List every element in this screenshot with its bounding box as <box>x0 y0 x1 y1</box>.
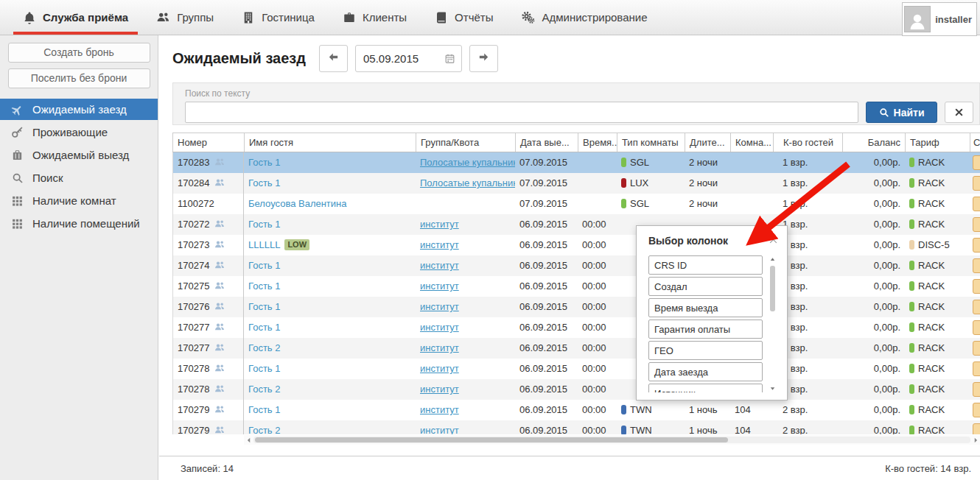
guest-link[interactable]: Гость 1 <box>248 260 280 271</box>
column-header[interactable]: Тип комнаты <box>617 133 685 152</box>
table-row[interactable]: 170283 Гость 1 Полосатые купальники 07.0… <box>172 152 980 173</box>
status-badge[interactable] <box>973 258 980 273</box>
nav-tab[interactable]: Клиенты <box>329 0 421 35</box>
group-link[interactable]: институт <box>420 425 459 434</box>
guest-link[interactable]: Белоусова Валентина <box>248 198 347 209</box>
table-row[interactable]: 170272 Гость 1 институт 06.09.2015 00:00… <box>172 214 980 235</box>
guest-link[interactable]: Гость 2 <box>248 425 280 434</box>
column-option[interactable]: Источник <box>648 384 763 392</box>
group-link[interactable]: Полосатые купальники <box>420 157 515 168</box>
table-row[interactable]: 170279 Гость 1 институт 06.09.2015 00:00… <box>172 400 980 420</box>
popup-close-icon[interactable] <box>769 235 778 244</box>
sidebar-action-button[interactable]: Создать бронь <box>8 43 150 63</box>
table-row[interactable]: 170278 Гость 2 институт 06.09.2015 00:00… <box>172 379 980 400</box>
table-row[interactable]: 170276 Гость 1 институт 06.09.2015 00:00… <box>172 297 980 317</box>
status-badge[interactable] <box>973 361 980 376</box>
column-header[interactable]: К-во гостей <box>773 133 842 152</box>
status-badge[interactable] <box>973 197 980 211</box>
status-badge[interactable] <box>973 341 980 356</box>
table-row[interactable]: 1100272 Белоусова Валентина 07.09.2015 S… <box>172 194 980 214</box>
search-input[interactable] <box>185 102 858 123</box>
guest-link[interactable]: Гость 1 <box>248 322 280 333</box>
nav-tab[interactable]: Служба приёма <box>9 0 142 35</box>
column-header[interactable]: Комна... <box>730 133 773 152</box>
sidebar-item[interactable]: Наличие комнат <box>0 190 158 211</box>
user-menu[interactable]: installer <box>902 2 977 36</box>
column-header[interactable]: Время... <box>578 133 617 152</box>
column-header[interactable]: Баланс <box>842 133 905 152</box>
group-link[interactable]: институт <box>420 384 459 395</box>
guest-link[interactable]: LLLLLL <box>248 239 280 250</box>
sidebar-item[interactable]: Поиск <box>0 167 158 188</box>
column-header[interactable]: Номер <box>172 133 244 152</box>
column-option[interactable]: Создал <box>648 277 763 296</box>
column-option[interactable]: Дата заезда <box>648 362 763 381</box>
sidebar-item[interactable]: Ожидаемый заезд <box>0 99 158 120</box>
scroll-left-arrow[interactable] <box>244 437 253 444</box>
status-badge[interactable] <box>973 382 980 397</box>
scrollbar-thumb[interactable] <box>255 437 728 442</box>
group-link[interactable]: институт <box>420 301 459 312</box>
scroll-down-caret-icon[interactable] <box>769 384 777 392</box>
guest-link[interactable]: Гость 2 <box>248 342 280 353</box>
group-link[interactable]: институт <box>420 239 459 250</box>
status-badge[interactable] <box>973 155 980 170</box>
group-link[interactable]: институт <box>420 363 459 374</box>
table-row[interactable]: 170274 Гость 1 институт 06.09.2015 00:00… <box>172 255 980 276</box>
column-option[interactable]: ГЕО <box>648 341 763 360</box>
status-badge[interactable] <box>973 238 980 253</box>
table-row[interactable]: 170273 LLLLLLLOW институт 06.09.2015 00:… <box>172 235 980 255</box>
table-row[interactable]: 170277 Гость 2 институт 06.09.2015 00:00… <box>172 338 980 359</box>
column-option[interactable]: CRS ID <box>648 255 763 275</box>
guest-link[interactable]: Гость 1 <box>248 301 280 312</box>
guest-link[interactable]: Гость 1 <box>248 219 280 230</box>
status-badge[interactable] <box>973 320 980 335</box>
popup-scroll-thumb[interactable] <box>770 266 775 311</box>
prev-day-button[interactable] <box>319 45 348 72</box>
table-row[interactable]: 170284 Гость 1 Полосатые купальники 07.0… <box>172 173 980 194</box>
group-link[interactable]: институт <box>420 322 459 333</box>
nav-tab[interactable]: Отчёты <box>421 0 507 35</box>
clear-search-button[interactable] <box>945 102 973 123</box>
sidebar-action-button[interactable]: Поселить без брони <box>8 68 150 88</box>
guest-link[interactable]: Гость 1 <box>248 157 280 168</box>
date-input[interactable] <box>362 52 440 66</box>
scrollbar-track[interactable] <box>253 437 970 443</box>
guest-link[interactable]: Гость 1 <box>248 177 280 188</box>
column-header[interactable]: С <box>970 133 980 152</box>
column-option[interactable]: Гарантия оплаты <box>648 320 763 339</box>
group-link[interactable]: институт <box>420 219 459 230</box>
table-row[interactable]: 170277 Гость 1 институт 06.09.2015 00:00… <box>172 317 980 338</box>
status-badge[interactable] <box>973 176 980 191</box>
calendar-icon[interactable] <box>444 53 455 64</box>
popup-scrollbar[interactable] <box>763 255 778 392</box>
nav-tab[interactable]: Администрирование <box>507 0 661 35</box>
column-header[interactable]: Тариф <box>905 133 970 152</box>
column-header[interactable]: Имя гостя <box>244 133 416 152</box>
scroll-up-caret-icon[interactable] <box>769 255 777 264</box>
find-button[interactable]: Найти <box>866 102 937 123</box>
table-row[interactable]: 170279 Гость 2 институт 06.09.2015 00:00… <box>172 420 980 434</box>
horizontal-scrollbar[interactable] <box>244 435 980 445</box>
group-link[interactable]: Полосатые купальники <box>420 177 515 188</box>
table-row[interactable]: 170275 Гость 1 институт 06.09.2015 00:00… <box>172 276 980 297</box>
group-link[interactable]: институт <box>420 260 459 271</box>
next-day-button[interactable] <box>469 45 498 72</box>
column-header[interactable]: Длите... <box>685 133 730 152</box>
status-badge[interactable] <box>973 217 980 232</box>
guest-link[interactable]: Гость 1 <box>248 363 280 374</box>
nav-tab[interactable]: Группы <box>142 0 228 35</box>
status-badge[interactable] <box>973 279 980 294</box>
group-link[interactable]: институт <box>420 280 459 292</box>
sidebar-item[interactable]: Проживающие <box>0 121 158 143</box>
column-option[interactable]: Время выезда <box>648 298 763 317</box>
group-link[interactable]: институт <box>420 342 459 353</box>
status-badge[interactable] <box>973 300 980 314</box>
guest-link[interactable]: Гость 2 <box>248 384 280 395</box>
guest-link[interactable]: Гость 1 <box>248 404 280 415</box>
status-badge[interactable] <box>973 403 980 417</box>
group-link[interactable]: институт <box>420 404 459 415</box>
sidebar-item[interactable]: Наличие помещений <box>0 213 158 234</box>
status-badge[interactable] <box>973 423 980 434</box>
guest-link[interactable]: Гость 1 <box>248 280 280 292</box>
